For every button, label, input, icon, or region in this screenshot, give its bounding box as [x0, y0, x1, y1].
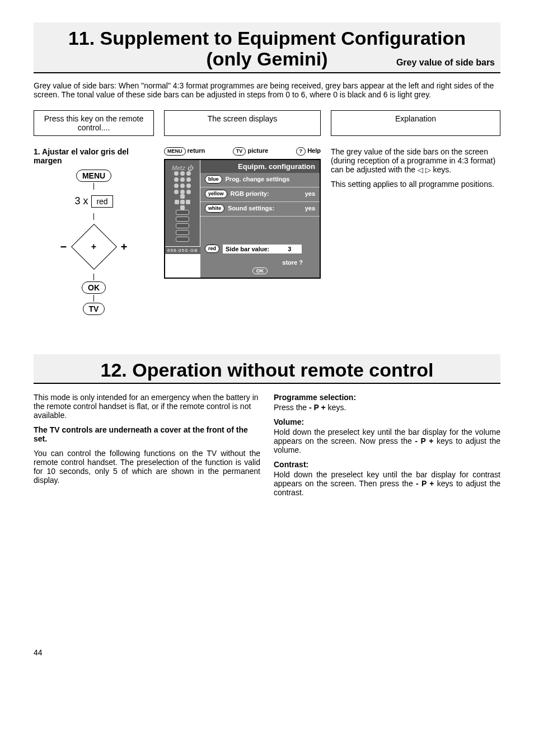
section-11-intro: Grey value of side bars: When "normal" 4…	[34, 81, 500, 99]
menu-label: RGB priority:	[231, 190, 269, 197]
menu-label: Sound settings:	[228, 205, 274, 212]
section-11-title-line2: (only Gemini)	[206, 49, 327, 69]
dpad-center-icon: +	[91, 242, 96, 252]
picture-group: TV picture	[233, 147, 268, 156]
section-12-right-column: Programme selection: Press the - P + key…	[274, 393, 500, 503]
section-11-title-block: 11. Supplement to Equipment Configuratio…	[34, 22, 500, 73]
menu-value: yes	[305, 190, 315, 197]
color-buttons-icon	[176, 210, 189, 242]
s12-right-p2: Hold down the preselect key until the ba…	[274, 428, 500, 454]
menu-pill-icon: MENU	[164, 147, 186, 156]
col-header-explain: Explanation	[331, 110, 500, 136]
col-header-screen: The screen displays	[164, 110, 321, 136]
return-label: return	[188, 147, 205, 154]
s12-right-h3: Contrast:	[274, 460, 500, 469]
col-header-press: Press this key on the remote control....	[34, 110, 154, 136]
help-group: ? Help	[296, 147, 321, 156]
remote-icon-sidebar: Metz ⏻	[165, 160, 200, 246]
connector-line	[93, 295, 94, 302]
red-pill-icon: red	[205, 245, 219, 253]
store-prompt: store ?	[200, 257, 320, 267]
dpad-icon: − + +	[60, 224, 128, 269]
s12-left-p3: You can control the following functions …	[34, 449, 260, 485]
s12-left-p1: This mode is only intended for an emerge…	[34, 393, 260, 420]
connector-line	[93, 213, 94, 220]
minus-icon: −	[60, 240, 67, 253]
page-number: 44	[34, 648, 500, 657]
blue-pill-icon: blue	[205, 175, 222, 184]
tv-button: TV	[83, 303, 105, 315]
three-x-label: 3 x	[74, 195, 88, 207]
connector-line	[93, 183, 94, 190]
picture-label: picture	[247, 147, 268, 154]
menu-item-rgb-priority: yellow RGB priority: yes	[200, 187, 320, 202]
dpad-mini-icon	[175, 194, 190, 210]
explain-p2: This setting applies to all programme po…	[331, 180, 500, 189]
red-button: red	[91, 195, 113, 208]
ok-button: OK	[82, 281, 106, 294]
section-12-title-block: 12. Operation without remote control	[34, 354, 500, 384]
menu-item-prog-change: blue Prog. change settings	[200, 173, 320, 187]
s12-right-h2: Volume:	[274, 417, 500, 426]
s12-right-h1: Programme selection:	[274, 393, 500, 402]
ok-pill-icon: OK	[252, 267, 268, 274]
section-11-title-line1: 11. Supplement to Equipment Configuratio…	[39, 28, 495, 49]
menu-value: yes	[305, 205, 315, 212]
number-pad-icon	[174, 171, 191, 194]
menu-label: Prog. change settings	[226, 176, 290, 182]
explain-p1: The grey value of the side bars on the s…	[331, 147, 500, 174]
tv-pill-icon: TV	[233, 147, 246, 156]
model-code: 698-05S-GB	[165, 246, 200, 254]
remote-steps-column: 1. Ajustar el valor gris del margen MENU…	[34, 147, 154, 315]
menu-item-side-bar-value: red Side bar value: 3	[200, 242, 320, 257]
plus-icon: +	[121, 240, 128, 253]
menu-value: 3	[288, 246, 291, 252]
explanation-column: The grey value of the side bars on the s…	[331, 147, 500, 315]
yellow-pill-icon: yellow	[205, 190, 227, 198]
s12-right-p1: Press the - P + keys.	[274, 403, 500, 412]
section-12-title: 12. Operation without remote control	[39, 360, 495, 381]
s12-right-p3: Hold down the preselect key until the ba…	[274, 470, 500, 497]
screen-mockup: Metz ⏻	[164, 159, 321, 279]
help-label: Help	[307, 147, 321, 154]
white-pill-icon: white	[205, 204, 224, 213]
menu-button: MENU	[76, 170, 111, 182]
s12-left-p2: The TV controls are underneath a cover a…	[34, 425, 260, 443]
screen-title: Equipm. configuration	[200, 160, 320, 173]
step1-title: 1. Ajustar el valor gris del margen	[34, 147, 154, 165]
arrow-left-right-icon: ◁ ▷	[418, 166, 431, 174]
help-pill-icon: ?	[296, 147, 306, 156]
return-group: MENU return	[164, 147, 205, 156]
menu-label: Side bar value:	[226, 246, 269, 252]
menu-item-sound-settings: white Sound settings: yes	[200, 202, 320, 217]
connector-line	[93, 274, 94, 280]
brand-logo-icon: Metz ⏻	[172, 165, 193, 171]
section-12-left-column: This mode is only intended for an emerge…	[34, 393, 260, 503]
screen-display-column: MENU return TV picture ? Help Metz ⏻	[164, 147, 321, 315]
section-11-title-right: Grey value of side bars	[396, 58, 495, 68]
remote-diagram: MENU 3 x red − + + OK TV	[34, 170, 154, 315]
